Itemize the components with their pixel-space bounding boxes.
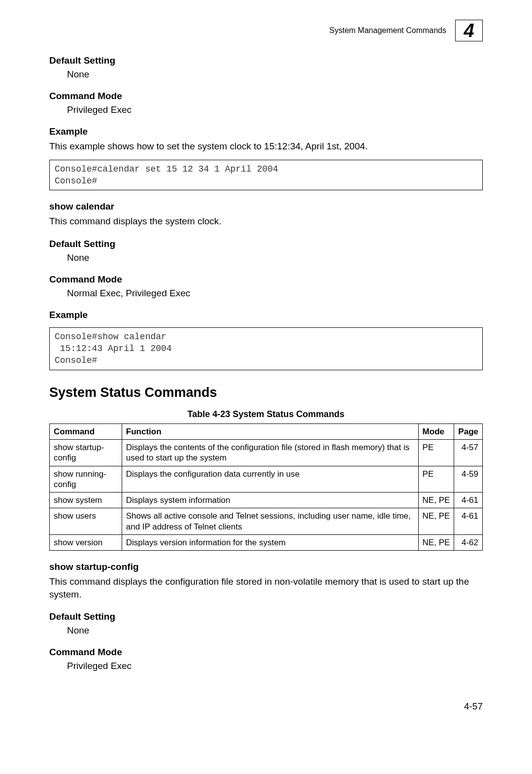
value-default-setting-3: None: [67, 625, 483, 636]
chapter-number: 4: [464, 21, 474, 40]
heading-command-mode-2: Command Mode: [49, 274, 483, 285]
heading-default-setting-3: Default Setting: [49, 611, 483, 622]
cell-page: 4-61: [454, 508, 483, 535]
cell-fn: Shows all active console and Telnet sess…: [122, 508, 418, 535]
table-row: show version Displays version informatio…: [50, 534, 483, 550]
table-caption: Table 4-23 System Status Commands: [49, 409, 483, 420]
cell-cmd: show version: [50, 534, 122, 550]
heading-example-1: Example: [49, 126, 483, 137]
heading-command-mode-1: Command Mode: [49, 91, 483, 102]
cell-cmd: show users: [50, 508, 122, 535]
cell-mode: PE: [418, 440, 454, 466]
page: System Management Commands 4 Default Set…: [0, 0, 532, 741]
cell-page: 4-57: [454, 440, 483, 466]
page-number: 4-57: [49, 701, 483, 712]
show-startup-desc: This command displays the configuration …: [49, 575, 483, 600]
code-block-2: Console#show calendar 15:12:43 April 1 2…: [49, 327, 483, 370]
table-row: show startup-config Displays the content…: [50, 440, 483, 466]
show-calendar-desc: This command displays the system clock.: [49, 215, 483, 228]
table-row: show system Displays system information …: [50, 493, 483, 508]
page-header: System Management Commands 4: [49, 20, 483, 41]
table-row: show users Shows all active console and …: [50, 508, 483, 535]
value-default-setting-2: None: [67, 252, 483, 263]
example-1-intro: This example shows how to set the system…: [49, 140, 483, 153]
cell-cmd: show startup-config: [50, 440, 122, 466]
value-default-setting-1: None: [67, 69, 483, 80]
cell-mode: NE, PE: [418, 493, 454, 508]
cell-page: 4-61: [454, 493, 483, 508]
th-mode: Mode: [418, 423, 454, 439]
code-block-1: Console#calendar set 15 12 34 1 April 20…: [49, 160, 483, 191]
heading-command-mode-3: Command Mode: [49, 647, 483, 658]
cell-fn: Displays version information for the sys…: [122, 534, 418, 550]
cell-mode: NE, PE: [418, 508, 454, 535]
cell-fn: Displays the contents of the configurati…: [122, 440, 418, 466]
chapter-number-badge: 4: [455, 20, 483, 41]
heading-system-status-commands: System Status Commands: [49, 385, 483, 400]
value-command-mode-1: Privileged Exec: [67, 105, 483, 115]
heading-example-2: Example: [49, 310, 483, 320]
heading-default-setting-1: Default Setting: [49, 55, 483, 66]
th-function: Function: [122, 423, 418, 439]
value-command-mode-3: Privileged Exec: [67, 661, 483, 671]
cell-fn: Displays the configuration data currentl…: [122, 466, 418, 493]
header-title: System Management Commands: [330, 26, 446, 35]
heading-default-setting-2: Default Setting: [49, 239, 483, 249]
th-page: Page: [454, 423, 483, 439]
table-row: show running-config Displays the configu…: [50, 466, 483, 493]
cell-page: 4-62: [454, 534, 483, 550]
heading-show-startup-config: show startup-config: [49, 562, 483, 572]
cell-mode: PE: [418, 466, 454, 493]
cell-cmd: show system: [50, 493, 122, 508]
status-commands-table: Command Function Mode Page show startup-…: [49, 423, 483, 551]
cell-fn: Displays system information: [122, 493, 418, 508]
cell-cmd: show running-config: [50, 466, 122, 493]
heading-show-calendar: show calendar: [49, 201, 483, 212]
cell-page: 4-59: [454, 466, 483, 493]
value-command-mode-2: Normal Exec, Privileged Exec: [67, 288, 483, 299]
table-header-row: Command Function Mode Page: [50, 423, 483, 439]
th-command: Command: [50, 423, 122, 439]
cell-mode: NE, PE: [418, 534, 454, 550]
